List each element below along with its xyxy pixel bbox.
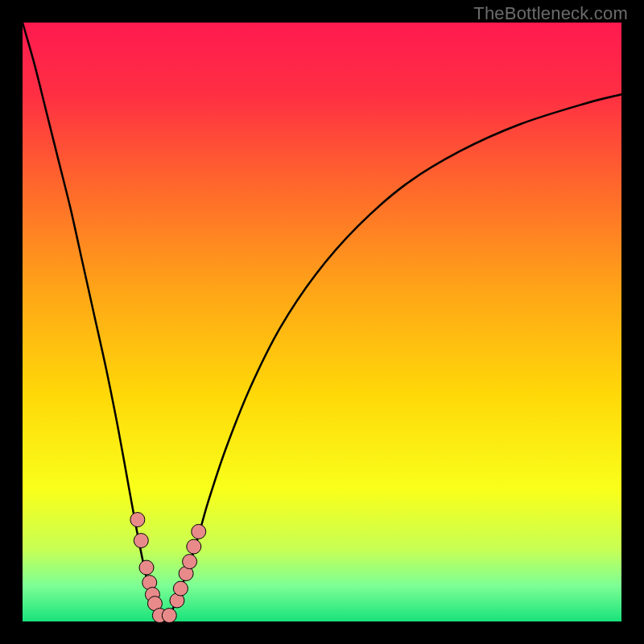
data-marker: [134, 534, 148, 548]
data-marker: [183, 555, 197, 569]
bottleneck-chart: [0, 0, 644, 644]
plot-background: [23, 23, 621, 621]
chart-container: TheBottleneck.com: [0, 0, 644, 644]
data-marker: [130, 513, 145, 527]
data-marker: [139, 560, 154, 575]
data-marker: [162, 609, 176, 623]
data-marker: [173, 581, 188, 596]
data-marker: [187, 539, 201, 554]
data-marker: [192, 524, 206, 539]
attribution-watermark: TheBottleneck.com: [473, 3, 628, 24]
